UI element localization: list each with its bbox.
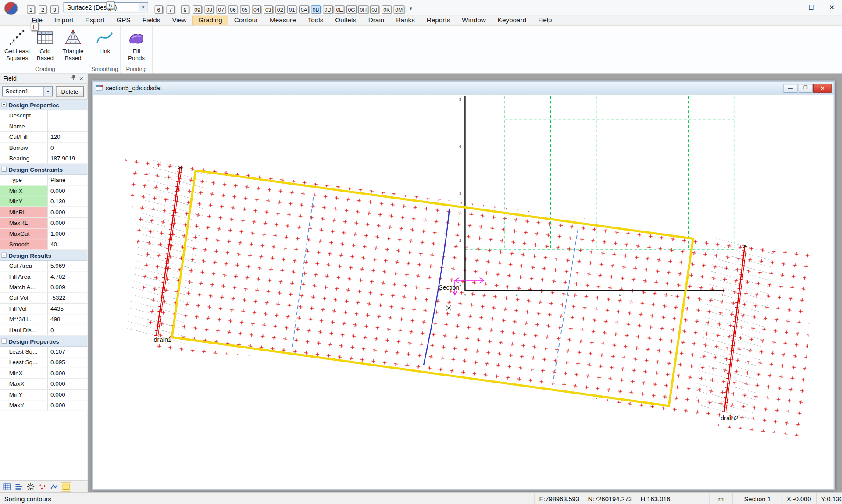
keytip-0k[interactable]: 0K (382, 5, 392, 13)
app-logo-icon[interactable] (4, 2, 18, 15)
menu-tab-view[interactable]: View (166, 16, 193, 25)
list-view-icon[interactable] (14, 482, 24, 491)
menu-tab-export[interactable]: Export (79, 16, 111, 25)
menu-tab-outlets[interactable]: Outlets (329, 16, 362, 25)
keytip-0j[interactable]: 0J (370, 5, 379, 13)
document-title-bar[interactable]: section5_cds.cdsdat — ❐ ✕ (93, 82, 833, 94)
ribbon-button-link[interactable]: Link (91, 26, 119, 65)
keytip-0e[interactable]: 0E (335, 5, 344, 13)
keytip-03[interactable]: 03 (264, 5, 273, 13)
keytip-01[interactable]: 01 (287, 5, 296, 13)
keytip-0h[interactable]: 0H (358, 5, 368, 13)
keytip-3[interactable]: 3 (50, 5, 58, 13)
menu-tab-contour[interactable]: Contour (228, 16, 264, 25)
property-row-cut-area[interactable]: Cut Area5.969 (0, 261, 88, 271)
qat-customize-arrow-icon[interactable]: ▼ (409, 7, 413, 11)
property-row-maxx[interactable]: MaxX0.000 (0, 379, 88, 389)
menu-tab-measure[interactable]: Measure (264, 16, 302, 25)
surface-icon[interactable] (61, 482, 71, 491)
property-row-miny[interactable]: MinY0.000 (0, 390, 88, 400)
panel-close-icon[interactable]: ✕ (77, 75, 85, 82)
menu-tab-fields[interactable]: Fields (136, 16, 166, 25)
property-row-miny[interactable]: MinY0.130 (0, 196, 88, 207)
grid-view-icon[interactable] (2, 482, 12, 491)
keytip-5[interactable]: 5 (106, 1, 114, 9)
keytip-04[interactable]: 04 (252, 5, 261, 13)
property-row-descript[interactable]: Descript... (0, 110, 88, 121)
property-row-fill-vol[interactable]: Fill Vol4435 (0, 304, 88, 314)
ribbon-button-get-least-squares[interactable]: Get LeastSquares (3, 26, 31, 65)
property-row-name[interactable]: Name (0, 121, 88, 132)
keytip-07[interactable]: 07 (216, 5, 225, 13)
ribbon-button-fill-ponds[interactable]: FillPonds (122, 26, 150, 65)
menu-tab-reports[interactable]: Reports (421, 16, 456, 25)
keytip-2[interactable]: 2 (39, 5, 46, 13)
property-section-header-design-properties-3[interactable]: −Design Properties (0, 336, 88, 347)
window-close-button[interactable]: ✕ (821, 0, 842, 14)
property-row-borrow[interactable]: Borrow0 (0, 143, 88, 153)
breakline-icon[interactable] (49, 482, 59, 491)
document-minimize-button[interactable]: — (784, 83, 798, 92)
property-row-maxy[interactable]: MaxY0.000 (0, 400, 88, 411)
property-row-fill-area[interactable]: Fill Area4.702 (0, 272, 88, 282)
property-row-minx[interactable]: MinX0.000 (0, 186, 88, 196)
property-row-smooth[interactable]: Smooth40 (0, 239, 88, 250)
surface-selector-dropdown[interactable]: Surface2 (Design) ▼ (63, 2, 148, 12)
property-section-header-design-constraints-1[interactable]: −Design Constraints (0, 164, 88, 175)
keytip-7[interactable]: 7 (167, 5, 175, 13)
keytip-9[interactable]: 9 (181, 5, 189, 13)
menu-tab-keyboard[interactable]: Keyboard (492, 16, 532, 25)
ribbon-button-grid-based[interactable]: GridBased (31, 26, 59, 65)
property-row-least-sq[interactable]: Least Sq...0.107 (0, 347, 88, 357)
keytip-0b[interactable]: 0B (311, 5, 321, 13)
section-selector-dropdown[interactable]: Section1 ▼ (2, 86, 53, 96)
property-row-m-3-h[interactable]: M**3/H...498 (0, 315, 88, 325)
menu-tab-window[interactable]: Window (456, 16, 492, 25)
property-row-minx[interactable]: MinX0.000 (0, 368, 88, 379)
keytip-05[interactable]: 05 (240, 5, 249, 13)
keytip-0m[interactable]: 0M (394, 5, 404, 13)
property-row-least-sq[interactable]: Least Sq...0.095 (0, 358, 88, 368)
property-section-header-design-results-2[interactable]: −Design Results (0, 250, 88, 261)
keytip-09[interactable]: 09 (193, 5, 202, 13)
keytip-file[interactable]: F (31, 22, 39, 30)
pin-icon[interactable] (69, 75, 77, 82)
keytip-0g[interactable]: 0G (346, 5, 357, 13)
property-row-cut-fill[interactable]: Cut/Fill120 (0, 132, 88, 142)
menu-tab-help[interactable]: Help (532, 16, 558, 25)
collapse-icon[interactable]: − (2, 339, 7, 344)
window-maximize-button[interactable]: ☐ (801, 0, 822, 14)
contour-icon[interactable] (25, 482, 36, 491)
collapse-icon[interactable]: − (2, 167, 7, 172)
property-row-maxrl[interactable]: MaxRL0.000 (0, 218, 88, 228)
keytip-02[interactable]: 02 (275, 5, 285, 13)
drawing-canvas[interactable]: 54321 ABCDEF (93, 95, 833, 489)
keytip-1[interactable]: 1 (27, 5, 35, 13)
menu-tab-grading[interactable]: Grading (193, 16, 228, 25)
property-section-header-design-properties-0[interactable]: −Design Properties (0, 100, 88, 110)
keytip-08[interactable]: 08 (205, 5, 214, 13)
property-row-haul-dis[interactable]: Haul Dis...0 (0, 325, 88, 336)
property-row-minrl[interactable]: MinRL0.000 (0, 207, 88, 218)
ribbon-button-triangle-based[interactable]: TriangleBased (59, 26, 87, 65)
document-restore-button[interactable]: ❐ (799, 83, 813, 92)
delete-button[interactable]: Delete (56, 86, 83, 97)
keytip-0d[interactable]: 0D (323, 5, 333, 13)
property-row-cut-vol[interactable]: Cut Vol-5322 (0, 293, 88, 304)
property-row-maxcut[interactable]: MaxCut1.000 (0, 229, 88, 239)
collapse-icon[interactable]: − (2, 253, 7, 258)
menu-tab-import[interactable]: Import (48, 16, 79, 25)
keytip-06[interactable]: 06 (228, 5, 237, 13)
property-row-bearing[interactable]: Bearing187.9019 (0, 153, 88, 164)
collapse-icon[interactable]: − (2, 103, 7, 107)
menu-tab-gps[interactable]: GPS (111, 16, 136, 25)
points-icon[interactable] (37, 482, 47, 491)
keytip-0a[interactable]: 0A (299, 5, 309, 13)
keytip-6[interactable]: 6 (155, 5, 163, 13)
window-minimize-button[interactable]: – (781, 0, 801, 14)
property-row-type[interactable]: TypePlane (0, 175, 88, 185)
menu-tab-banks[interactable]: Banks (390, 16, 421, 25)
document-close-button[interactable]: ✕ (813, 83, 832, 92)
menu-tab-tools[interactable]: Tools (302, 16, 329, 25)
property-row-match-a[interactable]: Match A...0.009 (0, 282, 88, 293)
